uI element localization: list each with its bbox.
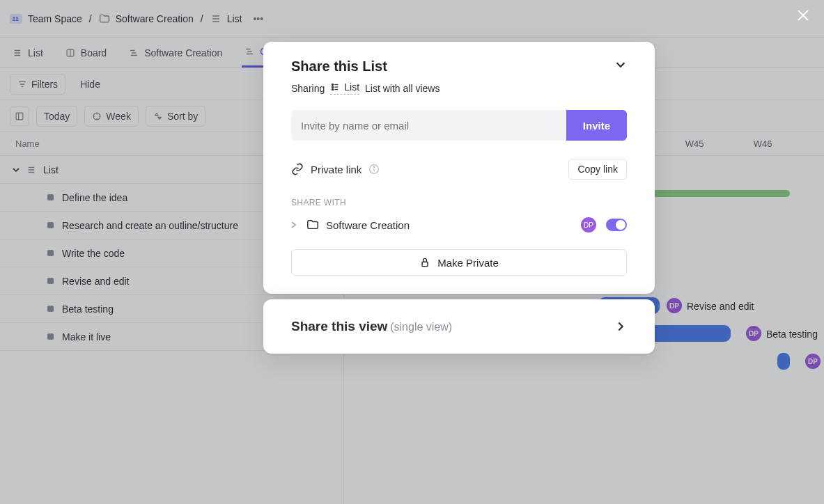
sharing-label: Sharing	[291, 83, 325, 94]
invite-input[interactable]	[291, 110, 566, 141]
make-private-label: Make Private	[437, 257, 499, 269]
share-with-label: SHARE WITH	[291, 198, 627, 207]
scope-selector[interactable]: List	[330, 81, 359, 95]
share-view-title: Share this view	[291, 319, 387, 333]
chevron-right-icon	[614, 320, 627, 333]
scope-desc: List with all views	[365, 83, 440, 94]
link-icon	[291, 163, 304, 175]
share-view-card[interactable]: Share this view (single view)	[263, 299, 655, 354]
modal-title: Share this List	[291, 58, 440, 74]
collapse-button[interactable]	[614, 58, 627, 71]
share-modal: Share this List Sharing List List with a…	[263, 42, 655, 294]
svg-point-31	[332, 88, 334, 90]
folder-icon	[306, 219, 319, 231]
share-view-sub: (single view)	[390, 321, 452, 333]
close-icon[interactable]	[796, 8, 810, 22]
svg-rect-36	[422, 262, 428, 266]
avatar-badge[interactable]: DP	[581, 217, 596, 233]
lock-icon	[419, 257, 430, 268]
invite-button[interactable]: Invite	[566, 110, 627, 141]
invite-row: Invite	[291, 110, 627, 141]
share-target-label: Software Creation	[326, 219, 410, 231]
svg-point-27	[332, 84, 334, 85]
copy-link-button[interactable]: Copy link	[568, 159, 627, 180]
list-icon	[330, 82, 340, 92]
svg-point-35	[374, 166, 375, 167]
chevron-down-icon	[614, 58, 627, 71]
svg-point-29	[332, 86, 334, 88]
caret-right-icon	[291, 221, 297, 228]
share-toggle[interactable]	[606, 219, 627, 231]
private-link-label: Private link	[311, 164, 362, 175]
make-private-button[interactable]: Make Private	[291, 249, 627, 276]
share-target[interactable]: Software Creation	[291, 219, 410, 231]
info-icon[interactable]	[368, 164, 380, 175]
scope-text: List	[344, 81, 359, 93]
